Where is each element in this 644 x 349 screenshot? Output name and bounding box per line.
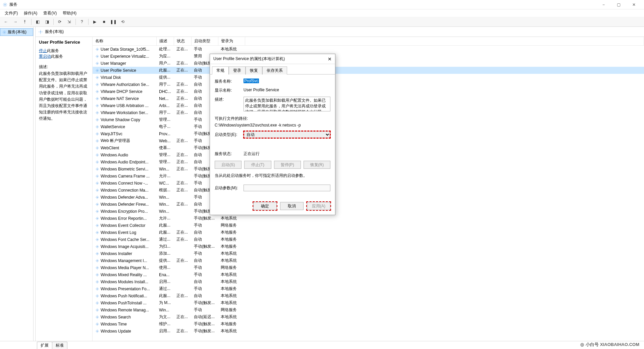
back-button[interactable]: ← (2, 18, 10, 26)
ok-button[interactable]: 确定 (253, 202, 277, 210)
cell-descr: 此服... (156, 292, 174, 299)
table-row[interactable]: Windows Presentation Fo...通过...手动本地服务 (93, 285, 644, 292)
table-row[interactable]: Windows PushToInstall ...为 M...手动(触发...本… (93, 299, 644, 306)
table-row[interactable]: Windows Defender Adva...Win...手动本地系统 (93, 194, 644, 201)
svg-point-25 (97, 204, 98, 205)
table-row[interactable]: Windows Font Cache Ser...通过...正在...自动本地服… (93, 236, 644, 243)
table-row[interactable]: Windows Event Log此服...正在...自动本地服务 (93, 229, 644, 236)
cell-descr: Win... (156, 208, 174, 215)
menu-help[interactable]: 帮助(H) (60, 10, 79, 17)
table-row[interactable]: Windows Connection Ma...根据...正在...自动(触发.… (93, 187, 644, 194)
resume-button: 恢复(R) (304, 161, 330, 169)
forward-button[interactable]: → (11, 18, 19, 26)
stop-button[interactable]: 停止(T) (244, 161, 271, 169)
table-row[interactable]: Windows Audio Endpoint...管理...正在...自动本地系… (93, 158, 644, 165)
table-row[interactable]: VMware Authorization Se...用于...正在...自动本地… (93, 81, 644, 88)
refresh-button[interactable]: ⟳ (56, 18, 64, 26)
tab-logon[interactable]: 登录 (229, 66, 246, 74)
cell-descr: Win... (156, 201, 174, 208)
table-row[interactable]: Volume Shadow Copy管理...手动本地系统 (93, 116, 644, 123)
col-name[interactable]: 名称 (93, 37, 156, 46)
cell-startup: 手动(触发... (191, 328, 218, 335)
panel-a-button[interactable]: ◧ (34, 18, 42, 26)
col-logon[interactable]: 登录为 (218, 37, 245, 46)
table-row[interactable]: Windows Search为文...正在...自动(延迟...本地系统 (93, 313, 644, 320)
dialog-titlebar[interactable]: User Profile Service 的属性(本地计算机) ✕ (210, 54, 335, 64)
tab-dependencies[interactable]: 依存关系 (262, 66, 287, 74)
table-row[interactable]: Windows Update启用...正在...手动(触发...本地系统 (93, 328, 644, 335)
stop-link[interactable]: 停止 (39, 48, 47, 53)
table-row[interactable]: Windows Connect Now -...WC...正在...手动本地服务 (93, 180, 644, 187)
gear-icon (95, 139, 99, 143)
svg-point-13 (97, 119, 98, 120)
services-table[interactable]: 名称 描述 状态 启动类型 登录为 User Data Storage_1c0f… (93, 37, 644, 341)
table-row[interactable]: User Manager用户...正在...自动(触发...本地系统 (93, 60, 644, 67)
help-button[interactable]: ? (78, 18, 86, 26)
minimize-button[interactable]: − (596, 0, 611, 9)
table-row[interactable]: VMware USB Arbitration ...Arbi...正在...自动… (93, 102, 644, 109)
table-row[interactable]: Windows Image Acquisiti...为扫...手动(触发...本… (93, 243, 644, 250)
table-row[interactable]: Windows Event Collector此服...手动网络服务 (93, 222, 644, 229)
play-button[interactable]: ▶ (91, 18, 99, 26)
table-row[interactable]: User Data Storage_1c0f5...处理...正在...手动本地… (93, 46, 644, 53)
restart-link[interactable]: 重启动 (39, 54, 51, 59)
table-row[interactable]: Windows Defender Firew...Win...正在...自动本地… (93, 201, 644, 208)
up-button[interactable]: ⭱ (21, 18, 29, 26)
table-row[interactable]: VMware Workstation Ser...用于...正在...自动本地系… (93, 109, 644, 116)
startup-type-select[interactable]: 自动 (244, 131, 330, 138)
table-row[interactable]: Windows Push Notificati...此服...正在...自动本地… (93, 292, 644, 299)
table-row[interactable]: Windows Media Player N...使用...手动网络服务 (93, 264, 644, 271)
restart-button[interactable]: ⟲ (119, 18, 127, 26)
table-row[interactable]: Windows Audio管理...正在...自动本地服务 (93, 151, 644, 158)
pause-button[interactable]: ❚❚ (109, 18, 117, 26)
table-row[interactable]: Windows Management I...提供...正在...自动本地系统 (93, 257, 644, 264)
table-row[interactable]: WebClient使基...手动(触发...本地服务 (93, 144, 644, 151)
tab-standard[interactable]: 标准 (52, 342, 67, 349)
cell-status: 正在... (174, 151, 191, 158)
col-status[interactable]: 状态 (174, 37, 191, 46)
table-row[interactable]: Windows Installer添加...手动本地系统 (93, 250, 644, 257)
table-row[interactable]: User Profile Service此服...正在...自动本地系统 (93, 67, 644, 74)
table-row[interactable]: Windows Time维护...手动(触发...本地服务 (93, 320, 644, 328)
maximize-button[interactable]: ▢ (611, 0, 626, 9)
cancel-button[interactable]: 取消 (280, 202, 304, 210)
cell-logon: 网络服务 (218, 306, 245, 313)
table-row[interactable]: Windows Camera Frame ...允许...手动(触发...本地服… (93, 172, 644, 180)
table-row[interactable]: Windows Mixed Reality ...Ena...手动本地系统 (93, 271, 644, 278)
cell-descr: 为 M... (156, 299, 174, 306)
gear-icon (95, 118, 99, 122)
col-descr[interactable]: 描述 (156, 37, 174, 46)
cell-logon: 本地系统 (218, 257, 245, 264)
close-icon[interactable]: ✕ (328, 56, 332, 62)
panel-b-button[interactable]: ◨ (43, 18, 51, 26)
table-row[interactable]: Web 帐户管理器Web...正在...手动本地系统 (93, 137, 644, 144)
table-row[interactable]: WalletService电子...手动本地系统 (93, 123, 644, 130)
table-row[interactable]: WarpJITSvcProv...手动(触发...本地服务 (93, 130, 644, 137)
table-row[interactable]: Windows Encryption Pro...Win...手动(触发...本… (93, 208, 644, 215)
gear-icon (95, 47, 99, 51)
col-startup[interactable]: 启动类型 (191, 37, 218, 46)
cell-name: Windows Installer (101, 251, 132, 256)
menu-file[interactable]: 文件(F) (2, 10, 20, 17)
stop-button[interactable]: ■ (100, 18, 108, 26)
table-row[interactable]: User Experience Virtualiz...为应...禁用本地系统 (93, 53, 644, 60)
tab-extended[interactable]: 扩展 (37, 342, 52, 349)
table-row[interactable]: Windows Error Reportin...允许...手动(触发...本地… (93, 215, 644, 222)
value-description[interactable] (244, 97, 330, 111)
table-row[interactable]: VMware DHCP ServiceDHC...正在...自动本地系统 (93, 88, 644, 95)
table-row[interactable]: Virtual Disk提供...手动本地系统 (93, 74, 644, 81)
tree-item-services[interactable]: 服务(本地) (0, 28, 33, 36)
gear-icon (95, 209, 99, 213)
close-button[interactable]: ✕ (626, 0, 641, 9)
table-row[interactable]: Windows Remote Manag...Win...手动网络服务 (93, 306, 644, 313)
cell-logon: 网络服务 (218, 222, 245, 229)
menu-action[interactable]: 操作(A) (21, 10, 40, 17)
table-row[interactable]: Windows Modules Install...启用...自动本地系统 (93, 278, 644, 285)
tab-general[interactable]: 常规 (212, 66, 229, 74)
table-row[interactable]: VMware NAT ServiceNet...正在...自动本地系统 (93, 95, 644, 102)
gear-icon (2, 30, 6, 34)
tab-recovery[interactable]: 恢复 (246, 66, 262, 74)
export-button[interactable]: ⇲ (65, 18, 73, 26)
table-row[interactable]: Windows Biometric Servi...Win...正在...手动(… (93, 165, 644, 172)
menu-view[interactable]: 查看(V) (41, 10, 59, 17)
